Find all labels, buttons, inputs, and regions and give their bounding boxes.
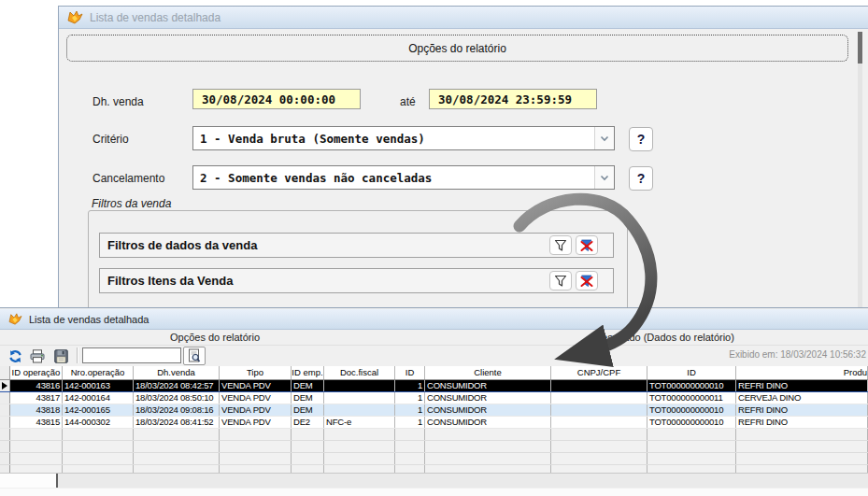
- table-cell-empty[interactable]: [324, 429, 395, 440]
- row-selector[interactable]: [0, 429, 10, 440]
- table-cell[interactable]: VENDA PDV: [220, 392, 292, 404]
- table-cell[interactable]: DEM: [292, 380, 324, 391]
- table-row-empty[interactable]: [0, 441, 868, 453]
- filtros-itens-panel[interactable]: Filtros Itens da Venda: [99, 268, 614, 293]
- table-cell[interactable]: CONSUMIDOR: [425, 392, 551, 404]
- table-cell-empty[interactable]: [10, 465, 63, 473]
- table-cell[interactable]: 142-000163: [63, 380, 134, 391]
- column-header[interactable]: Produ: [736, 366, 868, 379]
- table-cell[interactable]: 18/03/2024 08:42:57: [134, 380, 220, 391]
- filter-button[interactable]: [549, 235, 572, 255]
- chevron-down-icon[interactable]: [594, 166, 614, 189]
- row-selector[interactable]: [0, 392, 10, 404]
- table-cell[interactable]: REFRI DINO: [736, 380, 868, 391]
- table-cell[interactable]: 18/03/2024 08:50:10: [134, 392, 220, 404]
- table-cell[interactable]: TOT000000000011: [647, 392, 736, 404]
- column-header[interactable]: Dh.venda: [134, 366, 220, 379]
- table-cell-empty[interactable]: [292, 465, 324, 473]
- table-cell[interactable]: 1: [395, 417, 425, 428]
- table-cell-empty[interactable]: [395, 441, 425, 452]
- table-row[interactable]: 43818142-00016518/03/2024 09:08:16VENDA …: [0, 404, 868, 417]
- table-cell-empty[interactable]: [551, 465, 647, 473]
- table-row-empty[interactable]: [0, 465, 868, 473]
- table-cell-empty[interactable]: [134, 465, 220, 473]
- table-row[interactable]: 43815144-00030218/03/2024 08:41:52VENDA …: [0, 417, 868, 429]
- table-cell[interactable]: 43818: [10, 404, 63, 416]
- table-cell[interactable]: [551, 417, 647, 428]
- filtros-dados-panel[interactable]: Filtros de dados da venda: [99, 233, 614, 258]
- table-cell-empty[interactable]: [10, 429, 63, 440]
- table-cell[interactable]: REFRI DINO: [736, 404, 868, 416]
- clear-filter-button[interactable]: [576, 235, 598, 255]
- table-cell[interactable]: TOT000000000010: [647, 404, 736, 416]
- table-cell-empty[interactable]: [220, 453, 292, 464]
- row-selector[interactable]: [0, 453, 10, 464]
- table-cell-empty[interactable]: [395, 429, 425, 440]
- table-cell[interactable]: [324, 380, 395, 391]
- table-cell[interactable]: 1: [395, 380, 425, 391]
- criterio-help-button[interactable]: ?: [629, 127, 653, 151]
- table-cell-empty[interactable]: [425, 429, 551, 440]
- table-cell[interactable]: CERVEJA DINO: [736, 392, 868, 404]
- table-cell-empty[interactable]: [292, 441, 324, 452]
- column-header[interactable]: ID operação: [10, 366, 63, 379]
- table-cell[interactable]: 142-000164: [63, 392, 134, 404]
- table-cell-empty[interactable]: [220, 429, 292, 440]
- table-cell-empty[interactable]: [134, 441, 220, 452]
- table-cell-empty[interactable]: [736, 429, 868, 440]
- row-selector[interactable]: [0, 465, 10, 473]
- options-window-titlebar[interactable]: Lista de vendas detalhada: [59, 7, 868, 29]
- table-cell-empty[interactable]: [425, 465, 551, 473]
- table-row-empty[interactable]: [0, 453, 868, 465]
- table-cell[interactable]: [551, 380, 647, 391]
- column-header[interactable]: Doc.fiscal: [324, 366, 395, 379]
- table-cell[interactable]: 142-000165: [63, 404, 134, 416]
- column-header[interactable]: Cliente: [425, 366, 551, 379]
- table-cell[interactable]: TOT000000000010: [647, 380, 736, 391]
- table-cell[interactable]: VENDA PDV: [220, 380, 292, 391]
- cancelamento-help-button[interactable]: ?: [629, 166, 653, 191]
- table-cell-empty[interactable]: [324, 465, 395, 473]
- row-selector[interactable]: [0, 417, 10, 428]
- refresh-button[interactable]: [6, 347, 24, 364]
- table-cell-empty[interactable]: [425, 453, 551, 464]
- table-cell[interactable]: CONSUMIDOR: [425, 404, 551, 416]
- results-window-titlebar[interactable]: Lista de vendas detalhada: [0, 309, 868, 330]
- table-cell-empty[interactable]: [647, 429, 736, 440]
- table-cell-empty[interactable]: [63, 429, 134, 440]
- date-from-input[interactable]: [192, 89, 361, 109]
- row-selector[interactable]: [0, 380, 10, 391]
- table-cell[interactable]: CONSUMIDOR: [425, 380, 551, 391]
- table-cell[interactable]: [551, 392, 647, 404]
- table-cell[interactable]: CONSUMIDOR: [425, 417, 551, 428]
- chevron-down-icon[interactable]: [594, 127, 614, 149]
- table-row-empty[interactable]: [0, 429, 868, 441]
- table-cell-empty[interactable]: [10, 453, 63, 464]
- table-cell[interactable]: 43815: [10, 417, 63, 428]
- table-cell[interactable]: 43816: [10, 380, 63, 391]
- table-cell-empty[interactable]: [647, 441, 736, 452]
- table-cell-empty[interactable]: [292, 429, 324, 440]
- table-cell[interactable]: 1: [395, 392, 425, 404]
- table-cell[interactable]: DEM: [292, 404, 324, 416]
- preview-report-button[interactable]: [183, 347, 206, 365]
- table-row[interactable]: 43816142-00016318/03/2024 08:42:57VENDA …: [0, 380, 868, 392]
- cancelamento-select[interactable]: 2 - Somente vendas não canceladas: [192, 165, 615, 190]
- table-cell-empty[interactable]: [551, 453, 647, 464]
- table-cell-empty[interactable]: [324, 453, 395, 464]
- table-cell-empty[interactable]: [736, 441, 868, 452]
- table-cell[interactable]: 18/03/2024 09:08:16: [134, 404, 220, 416]
- column-header[interactable]: CNPJ/CPF: [551, 366, 647, 379]
- table-cell[interactable]: DEM: [292, 392, 324, 404]
- table-cell-empty[interactable]: [736, 453, 868, 464]
- table-cell[interactable]: 1: [395, 404, 425, 416]
- table-cell[interactable]: REFRI DINO: [736, 417, 868, 428]
- table-cell-empty[interactable]: [10, 441, 63, 452]
- column-header[interactable]: ID emp.: [292, 366, 324, 379]
- tab-resultado[interactable]: Resultado (Dados do relatório): [461, 332, 868, 343]
- column-header[interactable]: Nro.operação: [63, 366, 134, 379]
- save-button[interactable]: [51, 347, 70, 364]
- table-cell-empty[interactable]: [63, 453, 134, 464]
- vertical-scrollbar-thumb[interactable]: [858, 32, 862, 64]
- row-selector[interactable]: [0, 441, 10, 452]
